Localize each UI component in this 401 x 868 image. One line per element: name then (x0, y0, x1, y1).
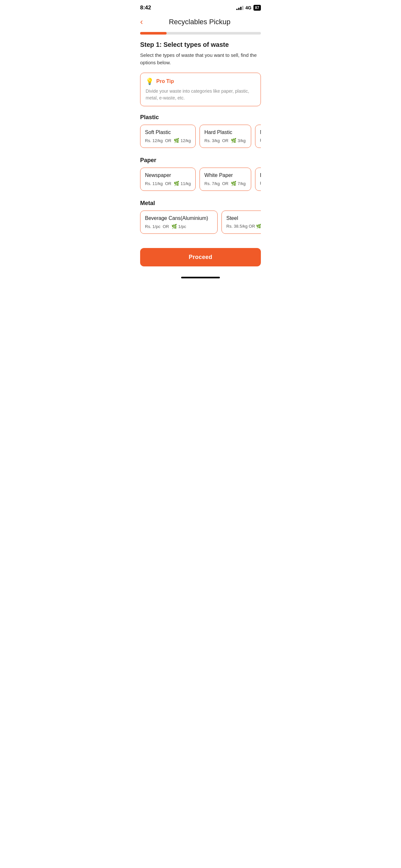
hard-plastic-price: Rs. 3/kg OR 🌿 3/kg (204, 138, 246, 143)
plastic-mix-card[interactable]: Mix Rs. 6/ (255, 125, 261, 148)
leaf-icon: 🌿 (231, 181, 236, 186)
soft-plastic-price: Rs. 12/kg OR 🌿 12/kg (145, 138, 191, 143)
pro-tip-box: 💡 Pro Tip Divide your waste into categor… (140, 73, 261, 106)
metal-steel-card[interactable]: Steel Rs. 38.5/kg OR 🌿 (221, 211, 261, 234)
proceed-button[interactable]: Proceed (140, 248, 261, 267)
leaf-icon: 🌿 (174, 138, 179, 143)
steel-price: Rs. 38.5/kg OR 🌿 (226, 224, 261, 228)
proceed-btn-container: Proceed (134, 243, 267, 274)
mix-plastic-price: Rs. 6/ (260, 138, 261, 143)
status-bar: 8:42 4G 87 (134, 0, 267, 13)
white-paper-name: White Paper (204, 173, 246, 178)
main-content: Step 1: Select types of waste Select the… (134, 41, 267, 237)
mix-plastic-name: Mix (260, 129, 261, 135)
plastic-items-scroll[interactable]: Soft Plastic Rs. 12/kg OR 🌿 12/kg Hard P… (140, 125, 261, 151)
network-label: 4G (245, 5, 251, 10)
signal-icon (236, 6, 243, 10)
pro-tip-header: 💡 Pro Tip (146, 78, 255, 85)
books-price: Rs. 10 (260, 181, 261, 186)
category-paper-title: Paper (140, 157, 261, 164)
progress-bar-fill (140, 32, 166, 35)
page-title: Recyclables Pickup (148, 18, 251, 26)
progress-bar-background (140, 32, 261, 35)
metal-aluminium-card[interactable]: Beverage Cans(Aluminium) Rs. 1/pc OR 🌿 1… (140, 211, 218, 234)
aluminium-price: Rs. 1/pc OR 🌿 1/pc (145, 224, 213, 229)
paper-newspaper-card[interactable]: Newspaper Rs. 11/kg OR 🌿 11/kg (140, 167, 196, 191)
home-bar (181, 277, 220, 278)
books-name: Boo (260, 173, 261, 178)
plastic-hard-card[interactable]: Hard Plastic Rs. 3/kg OR 🌿 3/kg (199, 125, 251, 148)
leaf-icon: 🌿 (231, 138, 236, 143)
leaf-icon: 🌿 (172, 224, 177, 229)
newspaper-name: Newspaper (145, 173, 191, 178)
paper-white-card[interactable]: White Paper Rs. 7/kg OR 🌿 7/kg (199, 167, 251, 191)
newspaper-price: Rs. 11/kg OR 🌿 11/kg (145, 181, 191, 186)
category-metal-title: Metal (140, 200, 261, 207)
header: ‹ Recyclables Pickup (134, 13, 267, 32)
step-description: Select the types of waste that you want … (140, 52, 261, 66)
paper-items-scroll[interactable]: Newspaper Rs. 11/kg OR 🌿 11/kg White Pap… (140, 167, 261, 193)
step-title: Step 1: Select types of waste (140, 41, 261, 49)
hard-plastic-name: Hard Plastic (204, 129, 246, 135)
leaf-icon: 🌿 (174, 181, 179, 186)
battery-indicator: 87 (253, 5, 261, 11)
paper-books-card[interactable]: Boo Rs. 10 (255, 167, 261, 191)
back-button[interactable]: ‹ (140, 17, 143, 27)
steel-name: Steel (226, 215, 261, 221)
status-time: 8:42 (140, 4, 151, 11)
pro-tip-text: Divide your waste into categories like p… (146, 88, 255, 101)
home-indicator (134, 274, 267, 283)
white-paper-price: Rs. 7/kg OR 🌿 7/kg (204, 181, 246, 186)
aluminium-name: Beverage Cans(Aluminium) (145, 215, 213, 221)
soft-plastic-name: Soft Plastic (145, 129, 191, 135)
progress-bar-container (134, 32, 267, 41)
category-plastic-title: Plastic (140, 114, 261, 121)
pro-tip-label: Pro Tip (156, 79, 174, 84)
plastic-soft-card[interactable]: Soft Plastic Rs. 12/kg OR 🌿 12/kg (140, 125, 196, 148)
status-icons: 4G 87 (236, 5, 261, 11)
pro-tip-icon: 💡 (146, 78, 154, 85)
metal-items-scroll[interactable]: Beverage Cans(Aluminium) Rs. 1/pc OR 🌿 1… (140, 211, 261, 237)
